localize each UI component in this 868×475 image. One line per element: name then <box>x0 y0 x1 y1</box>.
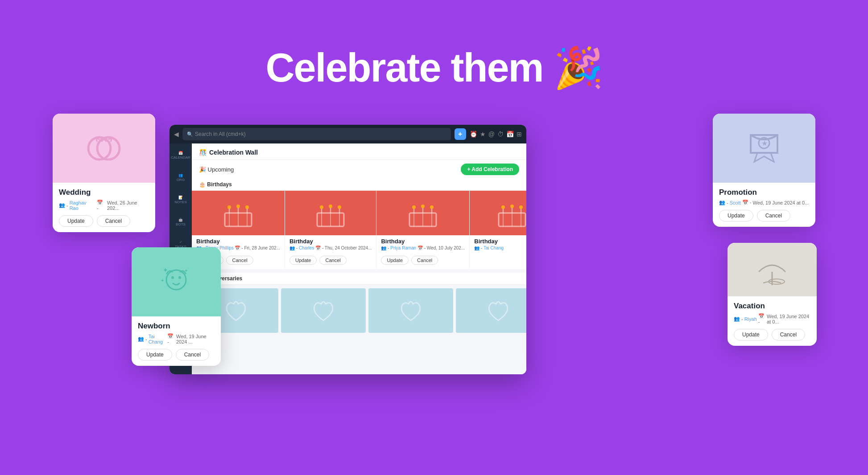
birthday-card-0-image <box>192 191 285 235</box>
anniversary-cards-row <box>192 285 526 333</box>
vacation-float-card: Vacation 👥 - Riyah 📅 - Wed, 19 June 2024… <box>727 243 817 346</box>
birthday-card-1-info: Birthday 👥 - Charles 📅 - Thu, 24 October… <box>285 235 376 256</box>
birthday-cards-container: Birthday 👥 - Benny Phillips 📅 - Fri, 28 … <box>192 191 526 269</box>
priya-cancel-button[interactable]: Cancel <box>411 256 438 265</box>
celebration-wall-title: Celebration Wall <box>209 149 258 156</box>
newborn-card-image: ✦ ✦ ✦ <box>132 247 221 316</box>
vacation-cancel-button[interactable]: Cancel <box>772 329 805 340</box>
wedding-person-date: Wed, 26 June 202... <box>107 200 149 211</box>
birthday-card-1-type: Birthday <box>289 238 372 245</box>
search-icon: 🔍 <box>187 131 193 137</box>
svg-point-29 <box>430 205 434 209</box>
sidebar-item-bots[interactable]: 🤖 BOTS <box>174 215 188 229</box>
add-button[interactable]: + <box>455 128 466 140</box>
charles-date: Thu, 24 October 2024... <box>325 246 372 250</box>
person-icon: 👥 <box>734 316 740 322</box>
newborn-cancel-button[interactable]: Cancel <box>176 349 209 360</box>
sidebar-label-notes: NOTES <box>174 200 187 204</box>
promotion-card-person: 👥 - Scott 📅 - Wed, 19 June 2024 at 0... <box>719 200 809 205</box>
birthday-card-3-image <box>470 191 526 235</box>
birthday-card-3: Birthday 👥 - Tai Chang › <box>470 191 526 269</box>
benny-cancel-button[interactable]: Cancel <box>226 256 253 265</box>
app-body: 📅 CALENDAR 👥 ORG 📝 NOTES 🤖 BOTS ✓ TASKS … <box>169 143 526 374</box>
sidebar-item-org[interactable]: 👥 ORG <box>174 170 188 184</box>
org-sidebar-icon: 👥 <box>178 173 183 177</box>
birthday-card-1-person: 👥 - Charles 📅 - Thu, 24 October 2024... <box>289 246 372 250</box>
svg-point-28 <box>421 205 425 208</box>
birthday-card-2-info: Birthday 👥 - Priya Raman 📅 - Wed, 10 Jul… <box>376 235 469 256</box>
promotion-person-date: Wed, 19 June 2024 at 0... <box>752 200 809 205</box>
svg-text:✦: ✦ <box>161 278 164 283</box>
svg-point-17 <box>320 205 323 209</box>
clock-icon[interactable]: ⏰ <box>470 131 477 138</box>
svg-point-27 <box>412 205 416 209</box>
birthday-card-2-person: 👥 - Priya Raman 📅 - Wed, 10 July 202... <box>381 246 465 250</box>
birthday-card-3-type: Birthday <box>474 238 526 245</box>
wedding-card-body: Wedding 👥 - Raghav Rao 📅 - Wed, 26 June … <box>53 183 155 232</box>
svg-point-9 <box>245 205 249 209</box>
svg-text:✦: ✦ <box>163 266 168 274</box>
promotion-update-button[interactable]: Update <box>719 210 753 221</box>
svg-point-8 <box>236 205 240 208</box>
birthday-card-3-person: 👥 - Tai Chang <box>474 246 526 250</box>
add-celebration-button[interactable]: + Add Celebration <box>461 164 519 175</box>
birthday-card-1: Birthday 👥 - Charles 📅 - Thu, 24 October… <box>285 191 376 269</box>
birthday-card-2-type: Birthday <box>381 238 465 245</box>
vacation-update-button[interactable]: Update <box>734 329 768 340</box>
sidebar-item-calendar[interactable]: 📅 CALENDAR <box>174 148 188 162</box>
timer-icon[interactable]: ⏱ <box>497 131 504 138</box>
svg-point-38 <box>510 205 514 208</box>
charles-name: Charles <box>299 246 314 250</box>
priya-update-button[interactable]: Update <box>381 256 408 265</box>
wedding-float-card: Wedding 👥 - Raghav Rao 📅 - Wed, 26 June … <box>53 114 155 232</box>
newborn-card-title: Newborn <box>138 322 215 331</box>
app-window: ◀ 🔍 Search in All (cmd+k) + ⏰ ★ @ ⏱ 📅 ⊞ … <box>169 125 526 374</box>
promotion-card-body: Promotion 👥 - Scott 📅 - Wed, 19 June 202… <box>713 183 815 227</box>
newborn-card-body: Newborn 👥 - Tai Chang 📅 - Wed, 19 June 2… <box>132 316 221 366</box>
star-icon[interactable]: ★ <box>480 131 486 138</box>
plus-icon: + <box>458 130 462 138</box>
priya-date: Wed, 10 July 202... <box>427 246 465 250</box>
newborn-update-button[interactable]: Update <box>138 349 172 360</box>
hero-emoji: 🎉 <box>554 45 603 90</box>
wedding-update-button[interactable]: Update <box>59 215 93 227</box>
at-icon[interactable]: @ <box>488 131 495 138</box>
sidebar-label-bots: BOTS <box>176 222 186 226</box>
grid-icon[interactable]: ⊞ <box>517 131 522 138</box>
birthdays-section-label: 🎂 Birthdays <box>192 179 526 191</box>
charles-cancel-button[interactable]: Cancel <box>319 256 346 265</box>
birthday-card-0-type: Birthday <box>196 238 280 245</box>
calendar-icon[interactable]: 📅 <box>506 131 514 138</box>
birthday-cards-row: Birthday 👥 - Benny Phillips 📅 - Fri, 28 … <box>192 191 526 269</box>
newborn-person-name: Tai Chang <box>149 334 166 344</box>
nav-back-icon[interactable]: ◀ <box>174 131 179 138</box>
wedding-cancel-button[interactable]: Cancel <box>97 215 130 227</box>
svg-point-44 <box>178 276 181 279</box>
vacation-person-name: Riyah <box>744 316 757 322</box>
notes-sidebar-icon: 📝 <box>178 196 183 200</box>
birthday-card-3-info: Birthday 👥 - Tai Chang <box>470 235 526 256</box>
vacation-card-person: 👥 - Riyah 📅 - Wed, 19 June 2024 at 0... <box>734 313 810 324</box>
svg-point-42 <box>166 270 186 290</box>
wedding-card-person: 👥 - Raghav Rao 📅 - Wed, 26 June 202... <box>59 200 149 211</box>
promotion-cancel-button[interactable]: Cancel <box>757 210 790 221</box>
tai-name: Tai Chang <box>484 246 504 250</box>
newborn-float-card: ✦ ✦ ✦ Newborn 👥 - Tai Chang 📅 - Wed, 19 … <box>132 247 221 366</box>
vacation-card-body: Vacation 👥 - Riyah 📅 - Wed, 19 June 2024… <box>727 296 817 346</box>
main-content: 🎊 Celebration Wall 🎉 Upcoming + Add Cele… <box>192 143 526 374</box>
vacation-person-date: Wed, 19 June 2024 at 0... <box>767 314 810 324</box>
celebration-wall-header: 🎊 Celebration Wall <box>192 143 526 160</box>
charles-update-button[interactable]: Update <box>289 256 317 265</box>
svg-point-7 <box>227 205 231 209</box>
birthday-card-2-image <box>376 191 469 235</box>
priya-name: Priya Raman <box>390 246 416 250</box>
anniversaries-section-label: 🎊 Anniversaries <box>192 273 526 285</box>
sidebar-item-notes[interactable]: 📝 NOTES <box>174 192 188 207</box>
person-icon: 👥 <box>138 336 144 342</box>
newborn-card-person: 👥 - Tai Chang 📅 - Wed, 19 June 2024 ... <box>138 333 215 344</box>
tasks-sidebar-icon: ✓ <box>179 240 182 244</box>
sidebar-label-calendar: CALENDAR <box>171 156 190 160</box>
search-bar[interactable]: 🔍 Search in All (cmd+k) <box>182 128 451 140</box>
svg-point-18 <box>329 205 332 208</box>
wedding-card-actions: Update Cancel <box>59 215 149 227</box>
